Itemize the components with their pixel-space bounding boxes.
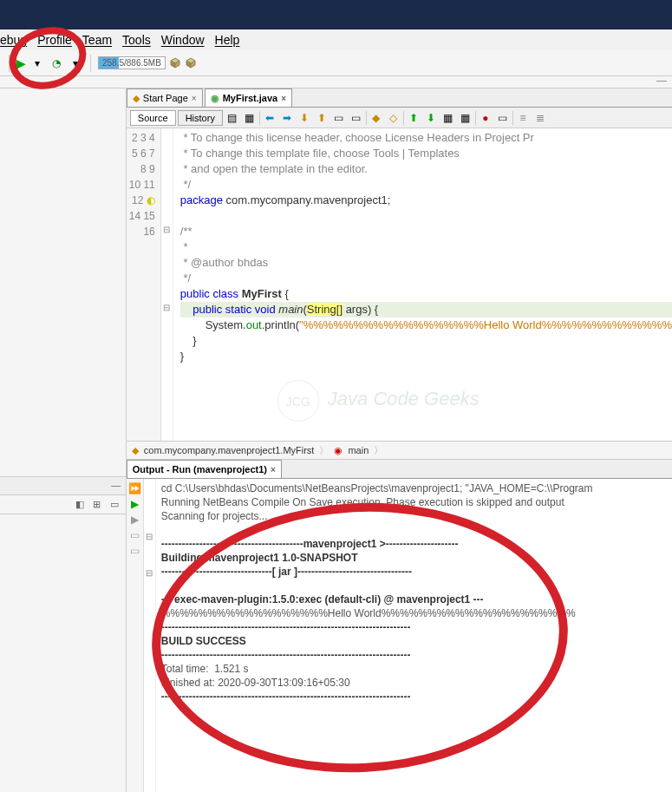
output-icon[interactable]: ▭ <box>130 545 140 557</box>
toolbar-icon[interactable]: ▭ <box>495 110 511 126</box>
menu-tools[interactable]: Tools <box>122 33 151 47</box>
toolbar-icon[interactable]: ⬆ <box>406 110 421 126</box>
toolbar-icon[interactable]: ≣ <box>532 110 548 126</box>
record-icon[interactable]: ● <box>478 110 493 126</box>
tab-start-page[interactable]: ◆ Start Page × <box>127 88 203 107</box>
editor-toolbar: Source History ▤ ▦ ⬅ ➡ ⬇ ⬆ ▭ ▭ ◆ ◇ ⬆ ⬇ ▦… <box>127 108 672 128</box>
start-page-icon: ◆ <box>133 93 140 104</box>
rerun-icon[interactable]: ⏩ <box>128 482 141 494</box>
breadcrumb-class[interactable]: com.mycompany.mavenproject1.MyFirst <box>144 445 315 455</box>
toolbar-icon[interactable]: ▦ <box>440 110 456 126</box>
profile-dropdown-icon[interactable]: ▾ <box>68 56 83 71</box>
class-icon: ◆ <box>132 445 139 456</box>
nav-fwd-icon[interactable]: ➡ <box>279 110 295 126</box>
cube-icon-1[interactable] <box>169 57 181 69</box>
left-sidebar: — ◧ ⊞ ▭ <box>0 88 127 792</box>
source-tab[interactable]: Source <box>130 110 176 126</box>
memory-indicator[interactable]: 258.5/886.5MB <box>98 56 166 69</box>
main-toolbar: ▶ ▾ ◔ ▾ 258.5/886.5MB <box>0 50 672 76</box>
code-editor[interactable]: 2 3 4 5 6 7 8 9 10 11 12 ◐ 14 15 16 ⊟⊟ *… <box>127 128 672 441</box>
nav-icon-1[interactable]: ◧ <box>74 499 86 511</box>
cube-icon-2[interactable] <box>185 57 197 69</box>
menu-team[interactable]: Team <box>82 33 112 47</box>
toolbar-icon[interactable]: ▭ <box>349 110 364 126</box>
minimize-icon[interactable]: — <box>110 480 122 492</box>
stop-icon[interactable]: ▶ <box>131 514 139 526</box>
close-icon[interactable]: × <box>271 465 276 475</box>
output-tabs: Output - Run (mavenproject1) × <box>127 460 672 479</box>
run-icon[interactable]: ▶ <box>16 56 26 70</box>
menubar: ebug Profile Team Tools Window Help <box>0 29 672 50</box>
code-area[interactable]: * To change this license header, choose … <box>173 128 672 441</box>
tab-myfirst-java[interactable]: ◉ MyFirst.java × <box>205 88 292 107</box>
fold-gutter[interactable]: ⊟⊟ <box>161 128 173 441</box>
profile-icon[interactable]: ◔ <box>49 56 64 71</box>
navigator-header: — <box>0 476 126 495</box>
window-titlebar <box>0 0 672 29</box>
breadcrumb-method[interactable]: main <box>348 445 369 455</box>
toolbar-icon[interactable]: ⬇ <box>423 110 439 126</box>
output-fold[interactable]: ⊟⊟ <box>144 479 156 792</box>
line-numbers: 2 3 4 5 6 7 8 9 10 11 12 ◐ 14 15 16 <box>127 128 161 441</box>
debug-dropdown-icon[interactable]: ▾ <box>29 56 45 71</box>
toolbar-icon[interactable]: ⬇ <box>297 110 312 126</box>
output-tab[interactable]: Output - Run (mavenproject1) × <box>127 460 282 478</box>
nav-back-icon[interactable]: ⬅ <box>262 110 277 126</box>
run-icon[interactable]: ▶ <box>131 498 139 510</box>
panel-separator <box>0 76 672 88</box>
menu-window[interactable]: Window <box>161 33 205 47</box>
toolbar-icon[interactable]: ◇ <box>386 110 401 126</box>
close-icon[interactable]: × <box>281 94 286 103</box>
watermark: JCGJava Code Geeks <box>277 380 480 422</box>
toolbar-icon[interactable]: ▦ <box>242 110 258 126</box>
breadcrumb: ◆ com.mycompany.mavenproject1.MyFirst 〉 … <box>127 441 672 460</box>
toolbar-icon[interactable]: ⬆ <box>314 110 329 126</box>
nav-icon-3[interactable]: ▭ <box>108 499 121 511</box>
menu-help[interactable]: Help <box>215 33 240 47</box>
history-tab[interactable]: History <box>178 110 223 126</box>
menu-debug[interactable]: ebug <box>0 33 27 47</box>
output-icon[interactable]: ▭ <box>130 529 140 541</box>
output-panel: ⏩ ▶ ▶ ▭ ▭ ⊟⊟ cd C:\Users\bhdas\Documents… <box>127 479 672 792</box>
close-icon[interactable]: × <box>192 94 197 103</box>
toolbar-icon[interactable]: ▤ <box>225 110 240 126</box>
method-icon: ◉ <box>334 445 343 456</box>
toolbar-icon[interactable]: ▦ <box>458 110 473 126</box>
output-controls: ⏩ ▶ ▶ ▭ ▭ <box>127 479 144 792</box>
editor-tabs: ◆ Start Page × ◉ MyFirst.java × <box>127 88 672 108</box>
menu-profile[interactable]: Profile <box>37 33 72 47</box>
toolbar-icon[interactable]: ≡ <box>515 110 531 126</box>
output-text[interactable]: cd C:\Users\bhdas\Documents\NetBeansProj… <box>156 479 672 792</box>
nav-icon-2[interactable]: ⊞ <box>91 499 103 511</box>
java-file-icon: ◉ <box>211 93 219 104</box>
toolbar-icon[interactable]: ▭ <box>331 110 347 126</box>
toolbar-icon[interactable]: ◆ <box>369 110 384 126</box>
